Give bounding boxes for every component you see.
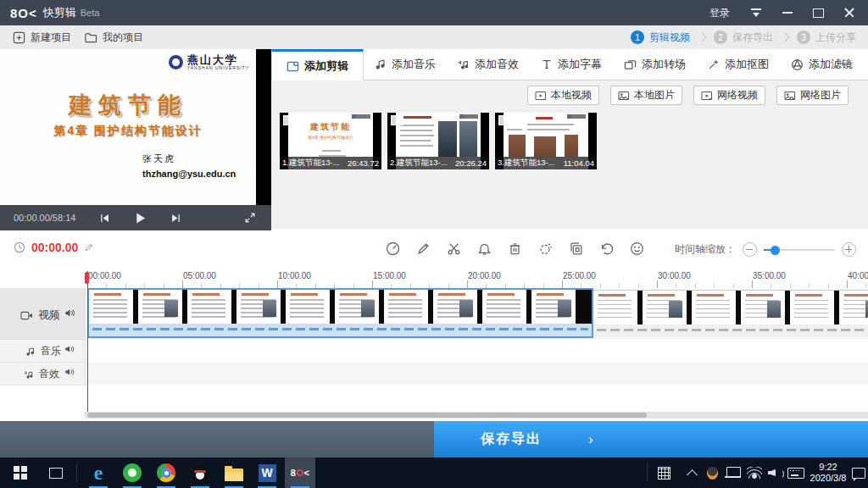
- university-logo: 燕山大学 YANSHAN UNIVERSITY: [169, 54, 249, 70]
- timeline-frame-thumb: [286, 290, 330, 324]
- zoom-out-button[interactable]: [743, 242, 757, 257]
- taskbar-file-explorer[interactable]: [217, 458, 251, 488]
- tab-label: 添加转场: [642, 57, 686, 72]
- media-item-1[interactable]: 建筑节能 第4章 围护结构节能设计 1.建筑节能13-... 26:43.72: [280, 113, 381, 169]
- ruler-tick-label: 00:00.00: [88, 271, 121, 280]
- timeline-clip-2[interactable]: [593, 290, 868, 337]
- tray-volume-button[interactable]: [765, 458, 785, 488]
- player-controls: 00:00.00/58:14: [0, 205, 271, 230]
- playhead-grip[interactable]: [85, 272, 89, 284]
- task-view-button[interactable]: [39, 458, 73, 488]
- zoom-in-button[interactable]: [842, 242, 856, 257]
- button-label: 网络图片: [800, 88, 841, 103]
- close-button[interactable]: [844, 8, 854, 18]
- mute-music-button[interactable]: [64, 344, 75, 354]
- login-button[interactable]: 登录: [709, 6, 730, 20]
- zoom-slider[interactable]: [764, 243, 835, 256]
- web-image-button[interactable]: 网络图片: [776, 86, 849, 105]
- tray-qq-button[interactable]: [702, 458, 722, 488]
- step-edit-video[interactable]: 1 剪辑视频: [631, 30, 690, 45]
- scrollbar-thumb[interactable]: [87, 413, 647, 418]
- taskbar-edge[interactable]: e: [81, 458, 115, 488]
- playhead[interactable]: [87, 271, 88, 412]
- pencil-icon[interactable]: [416, 241, 431, 256]
- previous-frame-button[interactable]: [99, 213, 110, 224]
- save-export-button[interactable]: 保存导出 ›: [434, 421, 868, 458]
- button-label: 本地图片: [634, 88, 675, 103]
- local-image-button[interactable]: 本地图片: [610, 86, 682, 105]
- tab-add-transition[interactable]: 添加转场: [613, 49, 697, 80]
- minimize-button[interactable]: [782, 12, 793, 14]
- speaker-icon: [64, 308, 75, 319]
- ruler-tick-label: 10:00.00: [278, 271, 311, 280]
- step-save-export[interactable]: 2 保存导出: [714, 30, 773, 45]
- slider-knob[interactable]: [771, 246, 780, 255]
- start-button[interactable]: [3, 458, 37, 488]
- window-photo: [534, 136, 556, 157]
- tray-app-button[interactable]: [651, 458, 676, 488]
- tab-add-keying[interactable]: 添加抠图: [697, 49, 780, 80]
- tab-add-music[interactable]: 添加音乐: [364, 49, 447, 80]
- taskbar-chrome[interactable]: [149, 458, 183, 488]
- expand-icon: [244, 212, 256, 224]
- play-button[interactable]: [134, 212, 147, 225]
- media-item-2[interactable]: 2.建筑节能13-... 20:26.24: [387, 113, 489, 169]
- timeline-ruler[interactable]: 00:00.00 05:00.00 10:00.00 15:00.00 20:0…: [0, 268, 868, 288]
- speed-gauge-icon[interactable]: [386, 241, 400, 256]
- tab-add-sound-effect[interactable]: 添加音效: [447, 49, 530, 80]
- taskbar-kuaijianji-active[interactable]: 8O<: [285, 458, 315, 488]
- save-export-label: 保存导出: [481, 430, 542, 448]
- timeline-clip-1-selected[interactable]: [87, 288, 593, 338]
- qq-tray-icon: [707, 467, 718, 480]
- new-project-button[interactable]: 新建项目: [13, 30, 71, 45]
- edit-time-icon[interactable]: [84, 242, 94, 252]
- bell-icon[interactable]: [477, 241, 492, 256]
- media-item-3[interactable]: 3.建筑节能13-... 11:04.04: [495, 113, 597, 169]
- trash-icon[interactable]: [508, 241, 522, 256]
- tray-network-button[interactable]: [744, 458, 765, 488]
- mini-logo: [352, 114, 370, 119]
- next-frame-button[interactable]: [170, 213, 181, 224]
- chevron-up-icon: [687, 469, 698, 480]
- taskbar-word[interactable]: W: [251, 458, 283, 488]
- mute-sfx-button[interactable]: [64, 367, 75, 377]
- denoise-icon[interactable]: [538, 241, 553, 256]
- taskbar-qq[interactable]: [183, 458, 217, 488]
- maximize-button[interactable]: [813, 8, 824, 18]
- tray-clock[interactable]: 9:22 2020/3/8: [807, 458, 849, 488]
- ruler-tick-label: 25:00.00: [563, 271, 596, 280]
- copy-icon[interactable]: [569, 241, 583, 256]
- mute-video-button[interactable]: [64, 308, 75, 319]
- button-label: 网络视频: [717, 88, 758, 103]
- video-badge-icon: [391, 115, 403, 125]
- timeline-zoom-control: 时间轴缩放：: [675, 242, 856, 257]
- music-note-icon: [375, 58, 387, 70]
- skip-forward-icon: [170, 213, 181, 224]
- step-upload-share[interactable]: 3 上传分享: [797, 30, 856, 45]
- action-center-button[interactable]: [849, 458, 868, 488]
- fullscreen-button[interactable]: [244, 212, 256, 224]
- tab-add-subtitle[interactable]: 添加字幕: [530, 49, 613, 80]
- my-projects-button[interactable]: 我的项目: [84, 30, 143, 45]
- tray-keyboard-button[interactable]: [785, 458, 807, 488]
- taskbar-360-browser[interactable]: [115, 458, 149, 488]
- tab-label: 添加音乐: [392, 57, 436, 72]
- clip-title-strip: [89, 324, 592, 336]
- tray-expand-button[interactable]: [682, 458, 702, 488]
- sound-effect-icon: [24, 369, 34, 380]
- scissors-icon[interactable]: [447, 241, 461, 256]
- mini-slide-subtitle: 第4章 围护结构节能设计: [304, 135, 357, 141]
- timeline-actions: [386, 241, 644, 256]
- folder-icon: [84, 31, 97, 43]
- web-video-button[interactable]: 网络视频: [693, 86, 765, 105]
- smiley-icon[interactable]: [630, 241, 644, 256]
- timeline-scrollbar[interactable]: [85, 412, 868, 419]
- local-video-button[interactable]: 本地视频: [527, 86, 599, 105]
- skin-menu-icon[interactable]: [750, 8, 762, 18]
- track-label-music: 音乐: [25, 344, 61, 358]
- tab-add-clip[interactable]: 添加剪辑: [271, 49, 364, 80]
- undo-icon[interactable]: [599, 241, 614, 256]
- tab-add-filter[interactable]: 添加滤镜: [780, 49, 864, 80]
- slide-title: 建筑节能: [0, 90, 256, 120]
- tray-device-button[interactable]: [722, 458, 744, 488]
